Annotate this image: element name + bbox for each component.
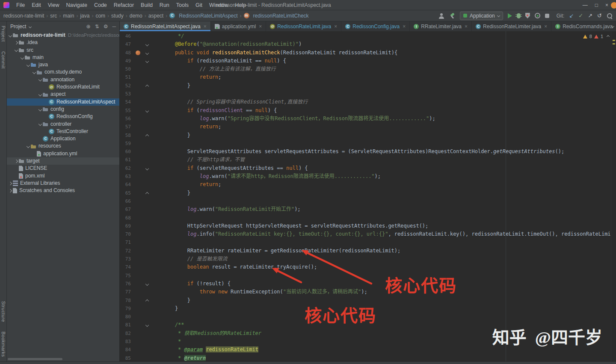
code-line-64[interactable]: 64 return; xyxy=(120,181,616,189)
code-line-68[interactable]: 68 xyxy=(120,214,616,222)
fold-collapse-icon[interactable] xyxy=(145,85,149,88)
line-number[interactable]: 63 xyxy=(120,172,131,181)
tab-close-button[interactable]: × xyxy=(403,24,406,29)
line-number[interactable]: 85 xyxy=(120,354,131,361)
fold-collapse-icon[interactable] xyxy=(145,134,149,137)
menu-tools[interactable]: Tools xyxy=(173,0,192,10)
code-line-66[interactable]: 66 xyxy=(120,197,616,205)
tree-item-com.study.demo[interactable]: com.study.demo xyxy=(7,68,119,76)
fold-expand-icon[interactable] xyxy=(145,167,149,170)
line-number[interactable]: 47 xyxy=(120,40,131,48)
hide-panel-button[interactable]: ─ xyxy=(112,24,116,30)
breadcrumb-src[interactable]: src xyxy=(50,13,57,19)
tree-item-annotation[interactable]: annotation xyxy=(7,76,119,83)
code-line-76[interactable]: 76 if (!result) { xyxy=(120,280,616,288)
code-line-50[interactable]: 50 // 方法上没有该注解，直接放行 xyxy=(120,65,616,73)
line-number[interactable]: 83 xyxy=(120,337,131,346)
tab-close-button[interactable]: × xyxy=(544,24,547,29)
line-number[interactable]: 51 xyxy=(120,73,131,81)
code-line-56[interactable]: 56 log.warn("Spring容器中没有RedissonClient，R… xyxy=(120,115,616,123)
code-line-54[interactable]: 54 // Spring容器中没有RedissonClient,直接放行 xyxy=(120,98,616,106)
coverage-button[interactable] xyxy=(525,13,530,18)
code-line-80[interactable]: 80 xyxy=(120,313,616,321)
tree-item-target[interactable]: target xyxy=(7,157,119,165)
breadcrumb-study[interactable]: study xyxy=(111,13,124,19)
breadcrumb-demo[interactable]: demo xyxy=(130,13,142,19)
breadcrumb-RedissonRateLimitAspect[interactable]: CRedissonRateLimitAspect xyxy=(169,13,237,19)
code-line-84[interactable]: 84 * @param redissonRateLimit xyxy=(120,346,616,354)
git-commit-button[interactable]: ✓ xyxy=(578,13,583,19)
line-number[interactable]: 84 xyxy=(120,346,131,354)
line-number[interactable]: 48 xyxy=(120,49,131,57)
tab-close-button[interactable]: × xyxy=(465,24,468,29)
line-number[interactable]: 80 xyxy=(120,313,131,321)
breadcrumb-aspect[interactable]: aspect xyxy=(148,13,163,19)
tree-expand-icon[interactable] xyxy=(8,189,13,192)
line-number[interactable]: 54 xyxy=(120,98,131,106)
tool-stripe-bookmarks[interactable]: Bookmarks xyxy=(1,331,6,357)
build-project-button[interactable] xyxy=(449,13,455,19)
line-number[interactable]: 65 xyxy=(120,189,131,197)
line-number[interactable]: 77 xyxy=(120,288,131,296)
git-push-button[interactable]: ↗ xyxy=(588,13,592,19)
tree-item-TestController[interactable]: CTestController xyxy=(7,128,119,135)
line-number[interactable]: 56 xyxy=(120,115,131,123)
line-number[interactable]: 52 xyxy=(120,82,131,90)
code-line-60[interactable]: 60 ServletRequestAttributes servletReque… xyxy=(120,148,616,156)
line-number[interactable]: 79 xyxy=(120,305,131,313)
menu-build[interactable]: Build xyxy=(137,0,156,10)
breadcrumb-main[interactable]: main xyxy=(63,13,74,19)
code-line-81[interactable]: 81 /** xyxy=(120,321,616,329)
line-number[interactable]: 57 xyxy=(120,123,131,131)
line-number[interactable]: 76 xyxy=(120,280,131,288)
code-line-83[interactable]: 83 * xyxy=(120,337,616,346)
tree-item-application.yml[interactable]: application.yml xyxy=(7,150,119,157)
tab-RedissonRateLimit.java[interactable]: @RedissonRateLimit.java× xyxy=(266,21,341,31)
horizontal-scrollbar[interactable] xyxy=(8,358,62,360)
code-line-77[interactable]: 77 throw new RuntimeException("当前访问人数过多，… xyxy=(120,288,616,296)
tree-item-RedissonRateLimitAspect[interactable]: CRedissonRateLimitAspect xyxy=(7,98,119,106)
code-line-78[interactable]: 78 } xyxy=(120,296,616,305)
panel-settings-button[interactable]: ⚙ xyxy=(104,24,108,30)
code-line-59[interactable]: 59 xyxy=(120,139,616,148)
line-number[interactable]: 59 xyxy=(120,139,131,148)
git-update-button[interactable]: ↙ xyxy=(569,13,574,19)
tree-item-.idea[interactable]: .idea xyxy=(7,39,119,46)
code-line-63[interactable]: 63 log.warn("请求不是http，Redisson限流器将无法使用..… xyxy=(120,172,616,181)
profile-icon[interactable] xyxy=(438,13,444,19)
tree-item-controller[interactable]: controller xyxy=(7,121,119,128)
tree-item-aspect[interactable]: aspect xyxy=(7,91,119,98)
tree-item-config[interactable]: config xyxy=(7,106,119,113)
line-number[interactable]: 71 xyxy=(120,238,131,246)
tree-expand-icon[interactable] xyxy=(14,49,19,51)
tree-item-RedissonConfig[interactable]: CRedissonConfig xyxy=(7,113,119,120)
line-number[interactable]: 60 xyxy=(120,148,131,156)
breadcrumb-redisson-rate-limit[interactable]: redisson-rate-limit xyxy=(3,13,44,19)
line-number[interactable]: 72 xyxy=(120,247,131,255)
stop-button[interactable] xyxy=(545,14,549,18)
tree-expand-icon[interactable] xyxy=(38,78,43,81)
tree-expand-icon[interactable] xyxy=(14,160,19,163)
aop-advice-icon[interactable] xyxy=(136,50,140,55)
menu-run[interactable]: Run xyxy=(156,0,173,10)
code-line-82[interactable]: 82 * 获取Redisson的RRateLimiter xyxy=(120,329,616,337)
menu-code[interactable]: Code xyxy=(91,0,110,10)
fold-collapse-icon[interactable] xyxy=(145,192,149,195)
profiler-button[interactable] xyxy=(535,13,540,18)
code-line-79[interactable]: 79 } xyxy=(120,305,616,313)
code-line-61[interactable]: 61 // 不是http请求，不管 xyxy=(120,156,616,164)
tree-expand-icon[interactable] xyxy=(38,123,43,125)
fold-expand-icon[interactable] xyxy=(145,282,149,286)
project-view-selector[interactable]: Project xyxy=(10,24,31,30)
tab-close-button[interactable]: × xyxy=(334,24,337,29)
tab-RRateLimiter.java[interactable]: IRRateLimiter.java× xyxy=(410,21,472,31)
tree-item-redisson-rate-limit[interactable]: redisson-rate-limitD:\IdeaProjects\redis… xyxy=(7,32,119,39)
maximize-button[interactable]: □ xyxy=(595,2,598,8)
line-number[interactable]: 58 xyxy=(120,131,131,139)
code-line-58[interactable]: 58 } xyxy=(120,131,616,139)
tool-stripe-commit[interactable]: Commit xyxy=(1,51,6,69)
tree-expand-icon[interactable] xyxy=(8,34,13,37)
line-number[interactable]: 67 xyxy=(120,205,131,213)
tree-expand-icon[interactable] xyxy=(14,41,19,44)
line-number[interactable]: 68 xyxy=(120,214,131,222)
